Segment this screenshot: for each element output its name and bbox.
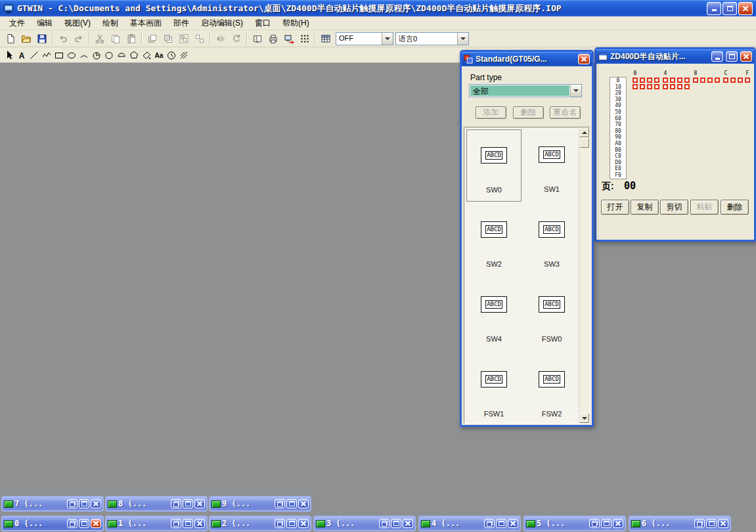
- close-button[interactable]: [91, 499, 101, 508]
- maximize-button[interactable]: [391, 519, 401, 528]
- restore-button[interactable]: [589, 519, 600, 528]
- new-button[interactable]: [3, 32, 18, 46]
- minimized-window-9[interactable]: 9 (...: [209, 496, 311, 512]
- cut-button[interactable]: 剪切: [660, 200, 688, 215]
- pie-tool-button[interactable]: [90, 48, 102, 62]
- cut-button[interactable]: [92, 32, 108, 46]
- delete-button[interactable]: 删除: [513, 106, 544, 119]
- restore-button[interactable]: [275, 519, 285, 528]
- restore-button[interactable]: [379, 519, 389, 528]
- language-combo[interactable]: 语言0: [395, 32, 469, 45]
- bring-to-front-button[interactable]: [145, 32, 160, 46]
- fill-tool-button[interactable]: [140, 48, 152, 62]
- menu-help[interactable]: 帮助(H): [277, 16, 315, 30]
- clock-parts-button[interactable]: [165, 48, 177, 62]
- close-button[interactable]: [298, 519, 309, 528]
- minimized-window-4[interactable]: 4 (...: [418, 516, 521, 531]
- part-item[interactable]: ABCD FSW2: [524, 354, 579, 426]
- font-tool-button[interactable]: Aa: [152, 48, 165, 62]
- menu-draw[interactable]: 绘制: [97, 16, 124, 30]
- close-button[interactable]: [91, 519, 101, 528]
- maximize-button[interactable]: [79, 519, 89, 528]
- maximize-button[interactable]: [601, 519, 611, 528]
- maximize-button[interactable]: [183, 499, 193, 508]
- part-item[interactable]: ABCD SW0: [466, 129, 522, 202]
- open-button[interactable]: [18, 32, 34, 46]
- menu-file[interactable]: 文件: [3, 16, 31, 30]
- menu-window[interactable]: 窗口: [249, 16, 277, 30]
- maximize-button[interactable]: [286, 499, 297, 508]
- close-button[interactable]: [578, 54, 590, 64]
- minimized-window-7[interactable]: 7 (...: [1, 496, 104, 512]
- part-item[interactable]: ABCD SW2: [466, 204, 522, 277]
- part-item[interactable]: ABCD SW3: [524, 204, 579, 277]
- part-item[interactable]: ABCD SW4: [466, 279, 522, 351]
- close-button[interactable]: [194, 499, 205, 508]
- restore-button[interactable]: [171, 499, 181, 508]
- menu-startup-edit[interactable]: 启动编辑(S): [195, 16, 249, 30]
- language-combo-dropdown-button[interactable]: [457, 33, 468, 45]
- minimized-window-3[interactable]: 3 (...: [313, 516, 416, 531]
- circle-tool-button[interactable]: [102, 48, 115, 62]
- scroll-down-button[interactable]: [579, 413, 589, 423]
- address-grid[interactable]: [633, 78, 752, 179]
- minimized-window-8[interactable]: 8 (...: [105, 496, 208, 512]
- maximize-button[interactable]: [286, 519, 297, 528]
- part-item[interactable]: ABCD FSW0: [524, 279, 579, 351]
- polyline-tool-button[interactable]: [40, 48, 53, 62]
- rotate-button[interactable]: [229, 32, 244, 46]
- add-button[interactable]: 添加: [476, 106, 506, 119]
- close-button[interactable]: [718, 519, 728, 528]
- part-type-dropdown-button[interactable]: [570, 85, 581, 97]
- open-button[interactable]: 打开: [601, 200, 629, 215]
- rename-button[interactable]: 重命名: [550, 106, 581, 119]
- menu-view[interactable]: 视图(V): [58, 16, 97, 30]
- menu-parts[interactable]: 部件: [167, 16, 195, 30]
- minimized-window-5[interactable]: 5 (...: [523, 516, 626, 531]
- restore-button[interactable]: [275, 499, 285, 508]
- select-tool-button[interactable]: [3, 48, 15, 62]
- part-item[interactable]: ABCD SW1: [524, 129, 579, 202]
- ungroup-button[interactable]: [192, 32, 208, 46]
- close-button[interactable]: [403, 519, 413, 528]
- group-button[interactable]: [176, 32, 192, 46]
- part-item[interactable]: ABCD FSW1: [466, 354, 522, 426]
- chord-tool-button[interactable]: [115, 48, 127, 62]
- hatch-tool-button[interactable]: [177, 48, 190, 62]
- minimized-window-6[interactable]: 6 (...: [629, 516, 731, 531]
- scrollbar[interactable]: [579, 127, 589, 423]
- maximize-button[interactable]: [496, 519, 506, 528]
- minimize-button[interactable]: [711, 51, 723, 62]
- paste-button[interactable]: [123, 32, 139, 46]
- text-tool-button[interactable]: A: [15, 48, 28, 62]
- print-button[interactable]: [265, 32, 281, 46]
- table-grid-button[interactable]: [318, 32, 334, 46]
- minimize-button[interactable]: [707, 2, 721, 15]
- restore-button[interactable]: [67, 499, 78, 508]
- flip-button[interactable]: [213, 32, 229, 46]
- paste-button[interactable]: 粘贴: [690, 200, 719, 215]
- maximize-button[interactable]: [183, 519, 193, 528]
- close-button[interactable]: [738, 2, 753, 15]
- restore-button[interactable]: [67, 519, 78, 528]
- restore-button[interactable]: [694, 519, 705, 528]
- rect-tool-button[interactable]: [53, 48, 65, 62]
- minimized-window-2[interactable]: 2 (...: [209, 516, 311, 531]
- restore-button[interactable]: [171, 519, 181, 528]
- scroll-up-button[interactable]: [579, 127, 589, 137]
- copy-button[interactable]: [108, 32, 123, 46]
- menu-edit[interactable]: 编辑: [31, 16, 58, 30]
- maximize-button[interactable]: [726, 51, 738, 62]
- part-type-combo[interactable]: 全部: [469, 84, 582, 97]
- restore-button[interactable]: [484, 519, 495, 528]
- undo-button[interactable]: [55, 32, 71, 46]
- redo-button[interactable]: [71, 32, 87, 46]
- close-button[interactable]: [508, 519, 518, 528]
- parts-library-button[interactable]: [250, 32, 265, 46]
- delete-button[interactable]: 删除: [721, 200, 749, 215]
- close-button[interactable]: [613, 519, 623, 528]
- copy-button[interactable]: 复制: [631, 200, 659, 215]
- transfer-button[interactable]: [281, 32, 297, 46]
- menu-base-screen[interactable]: 基本画面: [124, 16, 167, 30]
- maximize-button[interactable]: [79, 499, 89, 508]
